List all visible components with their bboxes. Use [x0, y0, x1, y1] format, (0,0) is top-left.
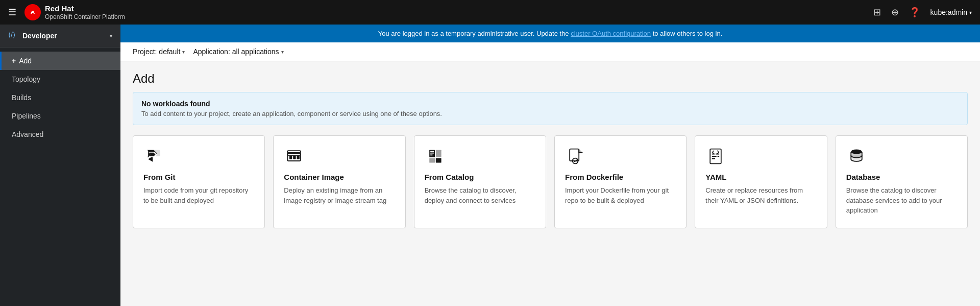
- project-label: Project: default: [133, 48, 180, 56]
- plus-symbol: +: [12, 57, 16, 65]
- svg-rect-16: [430, 153, 434, 154]
- context-switcher[interactable]: ⟨/⟩ Developer ▾: [0, 25, 120, 48]
- sidebar-item-label-advanced: Advanced: [12, 130, 43, 138]
- help-icon[interactable]: ❓: [909, 7, 920, 18]
- svg-rect-21: [712, 154, 715, 155]
- top-navigation: ☰ Red Hat OpenShift Container Platform ⊞…: [0, 0, 980, 25]
- svg-rect-14: [435, 158, 441, 163]
- developer-icon: ⟨/⟩: [8, 31, 18, 41]
- project-selector[interactable]: Project: default ▾: [133, 48, 185, 56]
- card-yaml[interactable]: YAML Create or replace resources from th…: [695, 135, 827, 228]
- git-icon: [143, 146, 164, 167]
- card-from-dockerfile-title: From Dockerfile: [565, 173, 676, 181]
- svg-rect-10: [297, 155, 300, 159]
- sidebar-item-label-add: Add: [19, 57, 32, 65]
- svg-rect-15: [430, 151, 434, 152]
- card-yaml-desc: Create or replace resources from their Y…: [705, 185, 816, 205]
- svg-rect-7: [288, 154, 301, 156]
- hamburger-menu[interactable]: ☰: [8, 7, 16, 18]
- grid-icon[interactable]: ⊞: [873, 7, 881, 18]
- cards-grid: From Git Import code from your git repos…: [133, 135, 968, 228]
- redhat-logo: [24, 4, 41, 20]
- info-banner: You are logged in as a temporary adminis…: [120, 25, 980, 42]
- svg-rect-9: [293, 155, 296, 159]
- card-yaml-title: YAML: [705, 173, 816, 181]
- context-label: Developer: [22, 32, 110, 40]
- catalog-icon: [425, 146, 445, 167]
- brand: Red Hat OpenShift Container Platform: [24, 4, 125, 20]
- project-bar: Project: default ▾ Application: all appl…: [120, 42, 980, 61]
- svg-rect-23: [712, 156, 717, 157]
- brand-sub: OpenShift Container Platform: [45, 13, 125, 20]
- svg-rect-8: [289, 155, 292, 159]
- card-from-git-title: From Git: [143, 173, 254, 181]
- oauth-link[interactable]: cluster OAuth configuration: [571, 30, 651, 37]
- banner-text-after: to allow others to log in.: [653, 30, 723, 37]
- svg-rect-24: [718, 156, 720, 157]
- svg-rect-12: [435, 150, 441, 157]
- sidebar-item-label-topology: Topology: [12, 75, 40, 83]
- layout: ⟨/⟩ Developer ▾ + Add Topology Builds Pi…: [0, 25, 980, 306]
- no-workloads-banner: No workloads found To add content to you…: [133, 92, 968, 125]
- sidebar-item-label-pipelines: Pipelines: [12, 112, 41, 120]
- yaml-icon: [705, 146, 726, 167]
- card-from-git[interactable]: From Git Import code from your git repos…: [133, 135, 265, 228]
- brand-text: Red Hat OpenShift Container Platform: [45, 4, 125, 20]
- card-from-catalog[interactable]: From Catalog Browse the catalog to disco…: [414, 135, 546, 228]
- container-icon: [284, 146, 304, 167]
- plus-icon[interactable]: ⊕: [891, 7, 899, 18]
- no-workloads-desc: To add content to your project, create a…: [141, 110, 959, 117]
- card-database-title: Database: [846, 173, 957, 181]
- sidebar-item-builds[interactable]: Builds: [0, 88, 120, 107]
- sidebar-item-advanced[interactable]: Advanced: [0, 125, 120, 144]
- card-from-dockerfile-desc: Import your Dockerfile from your git rep…: [565, 185, 676, 205]
- top-nav-right: ⊞ ⊕ ❓ kube:admin ▾: [873, 7, 972, 18]
- sidebar-item-pipelines[interactable]: Pipelines: [0, 107, 120, 125]
- sidebar: ⟨/⟩ Developer ▾ + Add Topology Builds Pi…: [0, 25, 120, 306]
- sidebar-item-label-builds: Builds: [12, 93, 31, 102]
- card-database-desc: Browse the catalog to discover database …: [846, 185, 957, 216]
- card-container-image-title: Container Image: [284, 173, 395, 181]
- svg-rect-17: [430, 154, 433, 155]
- user-label: kube:admin: [930, 8, 967, 16]
- application-selector[interactable]: Application: all applications ▾: [193, 48, 283, 56]
- sidebar-nav: + Add Topology Builds Pipelines Advanced: [0, 48, 120, 306]
- card-from-git-desc: Import code from your git repository to …: [143, 185, 254, 205]
- sidebar-item-topology[interactable]: Topology: [0, 70, 120, 88]
- svg-rect-13: [429, 158, 435, 163]
- content-inner: Add No workloads found To add content to…: [120, 61, 980, 241]
- card-container-image[interactable]: Container Image Deploy an existing image…: [273, 135, 405, 228]
- brand-main: Red Hat: [45, 4, 125, 13]
- project-caret: ▾: [182, 49, 185, 55]
- dockerfile-icon: [565, 146, 585, 167]
- main-content: You are logged in as a temporary adminis…: [120, 25, 980, 306]
- sidebar-item-add[interactable]: + Add: [0, 52, 120, 70]
- card-from-dockerfile[interactable]: From Dockerfile Import your Dockerfile f…: [554, 135, 687, 228]
- context-caret: ▾: [110, 33, 112, 39]
- page-header: Add: [133, 61, 968, 92]
- user-menu[interactable]: kube:admin ▾: [930, 8, 972, 16]
- application-caret: ▾: [281, 49, 284, 55]
- page-title: Add: [133, 72, 968, 86]
- card-from-catalog-title: From Catalog: [425, 173, 535, 181]
- user-caret: ▾: [969, 10, 972, 15]
- card-container-image-desc: Deploy an existing image from an image r…: [284, 185, 395, 205]
- card-from-catalog-desc: Browse the catalog to discover, deploy a…: [425, 185, 535, 205]
- banner-text: You are logged in as a temporary adminis…: [378, 30, 571, 37]
- card-database[interactable]: Database Browse the catalog to discover …: [836, 135, 968, 228]
- svg-rect-25: [712, 158, 715, 159]
- application-label: Application: all applications: [193, 48, 279, 56]
- database-icon: [846, 146, 867, 167]
- no-workloads-title: No workloads found: [141, 100, 959, 108]
